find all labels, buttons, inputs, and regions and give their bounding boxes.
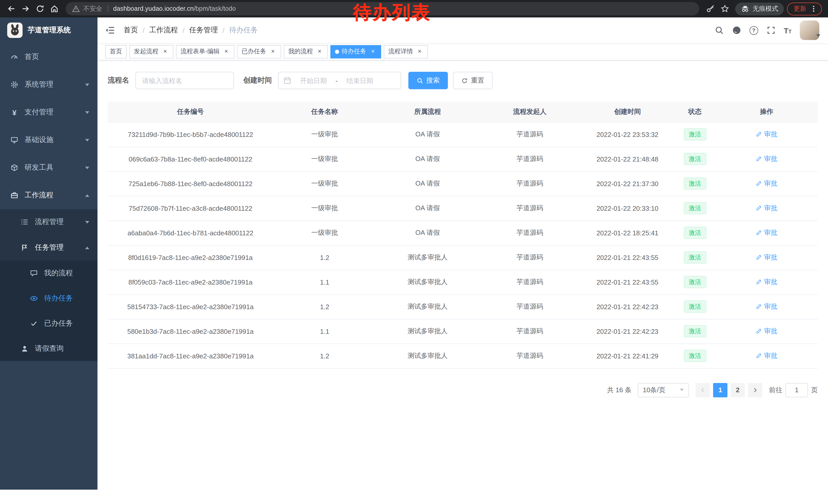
goto-page-input[interactable] — [785, 383, 808, 397]
kebab-menu-icon[interactable] — [810, 5, 818, 13]
tab-my-processes[interactable]: 我的流程× — [284, 45, 328, 58]
sidebar-item-payment[interactable]: ¥ 支付管理 — [0, 98, 97, 126]
approve-link[interactable]: 审批 — [756, 154, 778, 164]
sidebar-item-task-mgmt[interactable]: 任务管理 — [0, 235, 97, 261]
sidebar-item-my-processes[interactable]: 我的流程 — [0, 261, 97, 286]
close-icon[interactable]: × — [316, 48, 323, 55]
approve-link-label: 审批 — [764, 203, 778, 213]
bookmark-star-button[interactable] — [718, 2, 732, 16]
sidebar-item-label: 请假查询 — [35, 344, 64, 353]
sidebar-item-done-tasks[interactable]: 已办任务 — [0, 311, 97, 336]
github-icon[interactable] — [732, 26, 741, 35]
status-badge: 激活 — [684, 325, 706, 337]
process-name-input[interactable] — [135, 72, 234, 89]
approve-link[interactable]: 审批 — [756, 327, 778, 336]
tab-process-detail[interactable]: 流程详情× — [384, 45, 428, 58]
breadcrumb-task-mgmt[interactable]: 任务管理 — [189, 26, 218, 35]
sidebar-item-workflow[interactable]: 工作流程 — [0, 182, 97, 209]
approve-link[interactable]: 审批 — [756, 351, 778, 360]
cell-actions: 审批 — [715, 147, 818, 171]
page-size-select[interactable]: 10条/页 — [638, 383, 689, 397]
tags-view-bar: 首页 发起流程× 流程表单-编辑× 已办任务× 我的流程× 待办任务× 流程详情… — [97, 43, 828, 60]
password-key-button[interactable] — [703, 2, 718, 16]
annotation-text: 待办列表 — [353, 1, 431, 23]
approve-link[interactable]: 审批 — [756, 179, 778, 188]
approve-link[interactable]: 审批 — [756, 253, 778, 262]
tab-done-tasks[interactable]: 已办任务× — [237, 45, 281, 58]
task-table-body: 73211d9d-7b9b-11ec-b5b7-acde48001122 一级审… — [108, 122, 818, 368]
fullscreen-icon[interactable] — [766, 26, 776, 35]
approve-link[interactable]: 审批 — [756, 130, 778, 139]
sidebar-item-process-mgmt[interactable]: 流程管理 — [0, 209, 97, 235]
cell-task-name: 1.2 — [273, 343, 376, 368]
page-unit-label: 页 — [811, 385, 818, 395]
page-button-2[interactable]: 2 — [731, 383, 745, 397]
approve-link[interactable]: 审批 — [756, 203, 778, 213]
chevron-up-icon — [85, 246, 89, 249]
prev-page-button[interactable] — [696, 383, 710, 397]
browser-update-button[interactable]: 更新 — [787, 2, 822, 15]
browser-back-button[interactable] — [4, 2, 18, 16]
font-size-small: T — [788, 29, 792, 34]
font-size-icon[interactable]: TT — [784, 26, 792, 35]
status-badge: 激活 — [684, 227, 706, 239]
approve-link[interactable]: 审批 — [756, 277, 778, 287]
main-area: 首页 / 工作流程 / 任务管理 / 待办任务 ? TT — [97, 17, 828, 504]
sidebar-toggle-icon[interactable] — [105, 25, 115, 35]
sidebar-item-todo-tasks[interactable]: 待办任务 — [0, 286, 97, 311]
cell-created: 2022-01-22 23:53:32 — [580, 122, 674, 147]
pencil-icon — [756, 230, 762, 236]
url-host: dashboard.yudao.iocoder.cn — [113, 5, 194, 12]
sidebar-item-leave-query[interactable]: 请假查询 — [0, 336, 97, 361]
cell-process: OA 请假 — [376, 196, 479, 221]
cell-process: OA 请假 — [376, 221, 479, 245]
sidebar-item-label: 工作流程 — [25, 191, 53, 200]
sidebar-item-system[interactable]: 系统管理 — [0, 71, 97, 98]
cell-task-name: 一级审批 — [273, 147, 376, 171]
close-icon[interactable]: × — [223, 48, 230, 55]
start-date-input[interactable] — [293, 77, 333, 84]
cell-process: OA 请假 — [376, 122, 479, 147]
breadcrumb-workflow[interactable]: 工作流程 — [149, 26, 178, 35]
reset-button[interactable]: 重置 — [453, 72, 493, 89]
browser-forward-button[interactable] — [18, 2, 33, 16]
page-button-1[interactable]: 1 — [713, 383, 728, 397]
incognito-badge: 无痕模式 — [735, 2, 784, 15]
help-icon[interactable]: ? — [749, 26, 758, 35]
close-icon[interactable]: × — [162, 48, 169, 55]
cell-actions: 审批 — [715, 343, 818, 368]
approve-link-label: 审批 — [764, 253, 778, 262]
search-button[interactable]: 搜索 — [408, 72, 448, 89]
search-icon[interactable] — [714, 26, 723, 35]
browser-reload-button[interactable] — [33, 2, 47, 16]
filter-form: 流程名 创建时间 - 搜索 重置 — [108, 72, 818, 89]
app-logo[interactable]: 芋道管理系统 — [0, 17, 97, 43]
pencil-icon — [756, 254, 762, 261]
browser-home-button[interactable] — [47, 2, 61, 16]
close-icon[interactable]: × — [416, 48, 423, 55]
sidebar-item-label: 任务管理 — [35, 243, 64, 252]
close-icon[interactable]: × — [369, 48, 377, 55]
cell-task-name: 1.1 — [273, 270, 376, 294]
tab-label: 待办任务 — [342, 47, 366, 56]
breadcrumb-home[interactable]: 首页 — [124, 26, 138, 35]
sidebar-item-label: 我的流程 — [44, 268, 73, 278]
date-range-picker[interactable]: - — [278, 72, 401, 89]
refresh-icon — [461, 77, 468, 84]
chevron-down-icon — [85, 139, 89, 141]
tab-todo-tasks[interactable]: 待办任务× — [330, 45, 381, 58]
sidebar-item-infra[interactable]: 基础设施 — [0, 126, 97, 154]
approve-link[interactable]: 审批 — [756, 228, 778, 237]
next-page-button[interactable] — [748, 383, 762, 397]
tab-home[interactable]: 首页 — [105, 45, 127, 58]
approve-link[interactable]: 审批 — [756, 302, 778, 311]
col-header-actions: 操作 — [715, 101, 818, 122]
sidebar-item-home[interactable]: 首页 — [0, 43, 97, 71]
chevron-down-icon — [85, 111, 89, 113]
end-date-input[interactable] — [340, 77, 380, 84]
tab-form-edit[interactable]: 流程表单-编辑× — [176, 45, 235, 58]
avatar[interactable] — [800, 20, 819, 40]
close-icon[interactable]: × — [269, 48, 277, 55]
sidebar-item-devtools[interactable]: 研发工具 — [0, 154, 97, 182]
tab-initiate-process[interactable]: 发起流程× — [129, 45, 173, 58]
